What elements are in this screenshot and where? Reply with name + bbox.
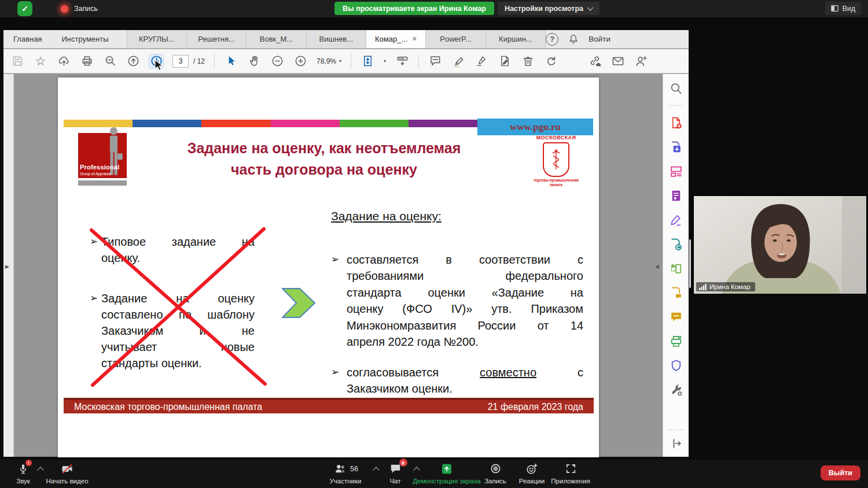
doc-tab-4[interactable]: Вишнев... — [307, 30, 366, 48]
mcci-logo: МОСКОВСКАЯ торгово-промышленная палата — [531, 135, 581, 188]
star-icon: ☆ — [35, 55, 46, 67]
slide-right-column: Задание на оценку: ➢ составляется в соот… — [331, 208, 583, 397]
fill-sign-button[interactable] — [498, 54, 512, 68]
video-resize-handle[interactable] — [689, 239, 691, 288]
audio-button[interactable]: ! Звук — [8, 461, 38, 485]
print-button[interactable] — [80, 54, 94, 68]
sign-in-button[interactable]: Войти — [589, 35, 610, 43]
search-icon — [104, 54, 117, 68]
sidebar-protect-button[interactable] — [668, 358, 683, 373]
caret-down-icon[interactable]: ▾ — [384, 58, 386, 64]
email-button[interactable] — [611, 54, 625, 68]
sidebar-edit-pdf-button[interactable] — [668, 164, 683, 179]
help-icon[interactable]: ? — [546, 33, 558, 46]
security-shield-icon[interactable]: ✓ — [17, 1, 32, 16]
sign-button[interactable] — [475, 54, 488, 68]
share-link-button[interactable] — [588, 54, 602, 68]
doc-tab-2[interactable]: Решетня... — [187, 30, 247, 48]
previous-page-button[interactable] — [126, 54, 140, 68]
comment-button[interactable] — [428, 54, 442, 68]
share-screen-label: Демонстрация экрана — [413, 478, 481, 485]
select-tool-button[interactable] — [224, 54, 238, 68]
participants-button[interactable]: 56 Участники — [326, 461, 365, 485]
sidebar-send-review-button[interactable] — [668, 236, 683, 252]
comment-icon — [429, 54, 442, 68]
doc-tab-7[interactable]: Киршин... — [486, 30, 546, 48]
tab-tools[interactable]: Инструменты — [52, 30, 118, 48]
acrobat-toolbar: ☆ 3 / 12 78,9%▾ ▾ — [3, 49, 689, 73]
sidebar-create-pdf-button[interactable] — [668, 115, 683, 130]
close-tab-icon[interactable]: × — [412, 30, 417, 48]
fit-page-button[interactable] — [361, 54, 374, 68]
view-settings-button[interactable]: Настройки просмотра — [498, 2, 599, 15]
mcci-logo-top: МОСКОВСКАЯ — [531, 135, 581, 141]
highlight-button[interactable] — [451, 54, 465, 68]
send-pdf-icon — [669, 237, 683, 252]
share-screen-button[interactable]: Демонстрация экрана — [403, 461, 490, 485]
doc-tab-6[interactable]: PowerP... — [426, 30, 486, 48]
caduceus-icon — [549, 147, 564, 172]
slide-title-line1: Задание на оценку, как неотъемлемая — [145, 138, 503, 159]
sidebar-comment-button[interactable] — [668, 309, 683, 324]
scan-ocr-icon — [669, 334, 683, 349]
organize-pages-icon — [669, 261, 683, 276]
right-bullet-2-underlined: совместно — [480, 366, 536, 379]
start-video-button[interactable]: Начать видео — [47, 461, 87, 485]
hand-tool-button[interactable] — [247, 54, 261, 68]
sidebar-prepare-form-button[interactable] — [668, 188, 683, 203]
star-button[interactable]: ☆ — [34, 54, 47, 68]
recording-label: Запись — [74, 5, 98, 13]
apps-button[interactable]: Приложения — [549, 461, 593, 485]
expand-panel-icon[interactable]: ▶ — [5, 264, 9, 269]
zoom-in-button[interactable] — [293, 54, 307, 68]
invite-person-button[interactable] — [634, 54, 648, 68]
sidebar-organize-pages-button[interactable] — [668, 261, 683, 276]
chevron-down-icon — [587, 4, 593, 10]
left-panel-rail[interactable]: ▶ — [3, 74, 14, 457]
acrobat-window: Главная Инструменты КРУГЛЫ... Решетня...… — [3, 30, 689, 457]
reactions-button[interactable]: Реакции — [516, 461, 547, 485]
view-button[interactable]: Вид — [825, 2, 861, 15]
participants-options-chevron-icon[interactable] — [373, 467, 379, 473]
collapse-tools-icon[interactable]: ◀ — [655, 264, 659, 269]
slide-title: Задание на оценку, как неотъемлемая част… — [145, 138, 503, 180]
toolbar-customize-button[interactable] — [395, 54, 409, 68]
participant-video[interactable]: Ирина Комар — [693, 195, 867, 295]
sidebar-more-tools-button[interactable] — [668, 382, 683, 397]
zoom-level-dropdown[interactable]: 78,9%▾ — [317, 57, 341, 65]
doc-tab-active-label: Комар_... — [375, 30, 407, 48]
fill-sign-pen-icon — [669, 213, 683, 227]
document-area[interactable]: ▶ www.pgo.ru Professional Gr — [3, 74, 689, 457]
record-button[interactable]: Запись — [481, 461, 510, 485]
delete-pages-button[interactable] — [521, 54, 535, 68]
pointer-icon — [225, 54, 238, 68]
rotate-button[interactable] — [544, 54, 558, 68]
pdf-page: www.pgo.ru Professional Group of Apprais… — [58, 77, 599, 457]
sidebar-export-pdf-button[interactable] — [668, 139, 683, 154]
bell-icon[interactable] — [568, 34, 579, 45]
doc-tab-active[interactable]: Комар_... × — [366, 30, 426, 48]
toolbar-panel-icon — [396, 54, 409, 68]
acrobat-tab-bar: Главная Инструменты КРУГЛЫ... Решетня...… — [3, 30, 689, 49]
sidebar-fill-sign-button[interactable] — [668, 212, 683, 227]
sidebar-search-button[interactable] — [668, 81, 683, 96]
right-bullet-1: ➢ составляется в соответствии с требован… — [331, 252, 583, 350]
leave-meeting-button[interactable]: Выйти — [821, 465, 860, 480]
participants-count: 56 — [350, 465, 358, 473]
view-settings-label: Настройки просмотра — [505, 5, 583, 13]
save-button[interactable] — [10, 54, 24, 68]
doc-tab-1[interactable]: КРУГЛЫ... — [127, 30, 187, 48]
page-number-input[interactable]: 3 — [172, 55, 189, 68]
zoom-out-button[interactable] — [270, 54, 284, 68]
share-cloud-button[interactable] — [57, 54, 71, 68]
tab-home[interactable]: Главная — [3, 30, 52, 48]
doc-tab-3[interactable]: Вовк_М... — [247, 30, 306, 48]
sidebar-expand-button[interactable] — [668, 436, 683, 451]
participants-icon — [333, 462, 348, 476]
sidebar-scan-ocr-button[interactable] — [668, 334, 683, 349]
audio-options-chevron-icon[interactable] — [37, 467, 43, 473]
sidebar-request-signatures-button[interactable] — [668, 285, 683, 300]
highlighter-icon — [452, 54, 465, 68]
search-button[interactable] — [103, 54, 117, 68]
page-total-label: / 12 — [193, 57, 205, 65]
